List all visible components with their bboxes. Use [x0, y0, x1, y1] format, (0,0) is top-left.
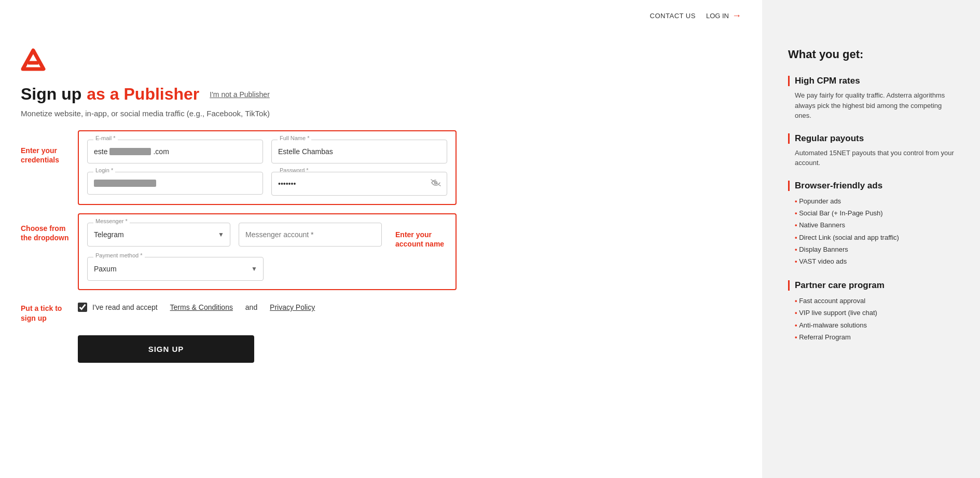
email-label: E-mail * [93, 135, 118, 141]
feature-browser-ads: Browser-friendly ads Popunder ads Social… [788, 181, 959, 268]
header-nav: CONTACT US LOG IN → [0, 0, 762, 32]
payment-select-wrapper: Payment method * Paxum PayPal Bitcoin Wi… [87, 257, 264, 281]
terms-conditions-link[interactable]: Terms & Conditions [170, 303, 233, 311]
put-tick-annotation: Put a tick to sign up [21, 303, 73, 322]
email-fullname-row: E-mail * este.com Full Name * [87, 140, 447, 163]
feature-title-3: Partner care program [788, 280, 959, 291]
sidebar-inner: What you get: High CPM rates We pay fair… [762, 32, 980, 376]
feature-desc-1: Automated 15NET payouts that you control… [788, 148, 959, 168]
browser-ads-list: Popunder ads Social Bar (+ In-Page Push)… [788, 195, 959, 268]
page-title: Sign up as a Publisher I'm not a Publish… [21, 85, 752, 104]
fullname-input[interactable] [271, 140, 447, 163]
messenger-form-box: Messenger * Telegram WhatsApp Skype Disc… [78, 213, 457, 290]
terms-checkbox[interactable] [78, 303, 87, 312]
messenger-select-wrapper: Messenger * Telegram WhatsApp Skype Disc… [87, 223, 230, 247]
list-item: Fast account approval [795, 295, 959, 307]
feature-title-0: High CPM rates [788, 76, 959, 86]
credentials-form-box: E-mail * este.com Full Name * Login * [78, 130, 457, 205]
and-text: and [245, 303, 257, 311]
list-item: Referral Program [795, 331, 959, 343]
payment-select[interactable]: Paxum PayPal Bitcoin Wire Transfer [87, 257, 264, 281]
contact-us-link[interactable]: CONTACT US [650, 12, 696, 20]
fullname-field-wrapper: Full Name * [271, 140, 447, 163]
list-item: Direct Link (social and app traffic) [795, 231, 959, 243]
subtitle: Monetize website, in-app, or social medi… [21, 109, 752, 118]
list-item: Popunder ads [795, 195, 959, 207]
login-label-text: Login * [93, 167, 115, 173]
password-wrapper [271, 172, 447, 196]
sidebar-title: What you get: [788, 48, 959, 61]
messenger-select[interactable]: Telegram WhatsApp Skype Discord [87, 223, 230, 247]
list-item: Anti-malware solutions [795, 319, 959, 331]
list-item: VIP live support (live chat) [795, 307, 959, 319]
list-item: Social Bar (+ In-Page Push) [795, 207, 959, 219]
title-red: as a Publisher [87, 85, 199, 104]
login-button[interactable]: LOG IN → [706, 10, 741, 21]
payment-label: Payment method * [93, 252, 145, 258]
list-item: VAST video ads [795, 255, 959, 267]
partner-care-list: Fast account approval VIP live support (… [788, 295, 959, 344]
signup-btn-wrapper: SIGN UP [78, 335, 752, 363]
password-input[interactable] [271, 172, 447, 196]
payment-row: Payment method * Paxum PayPal Bitcoin Wi… [87, 257, 447, 281]
not-publisher-link[interactable]: I'm not a Publisher [210, 90, 270, 99]
right-panel: placeholder What you get: High CPM rates… [762, 0, 980, 478]
terms-text: I've read and accept [92, 303, 158, 311]
title-black: Sign up [21, 85, 81, 104]
login-password-row: Login * Password * [87, 172, 447, 196]
credentials-section: Enter your credentials E-mail * este.com… [21, 130, 752, 205]
logo-area [21, 47, 752, 74]
left-panel: CONTACT US LOG IN → Sign up as a Publish… [0, 0, 762, 478]
eye-icon[interactable] [431, 179, 441, 188]
logo-icon [21, 47, 46, 72]
fullname-label: Full Name * [278, 135, 311, 141]
login-field-wrapper: Login * [87, 172, 263, 196]
list-item: Display Banners [795, 243, 959, 255]
feature-title-1: Regular payouts [788, 133, 959, 144]
feature-high-cpm: High CPM rates We pay fairly for quality… [788, 76, 959, 121]
list-item: Native Banners [795, 219, 959, 231]
privacy-policy-link[interactable]: Privacy Policy [270, 303, 315, 311]
signup-button[interactable]: SIGN UP [78, 335, 254, 363]
messenger-label: Messenger * [93, 218, 130, 224]
messenger-account-wrapper [239, 223, 382, 247]
credentials-annotation: Enter your credentials [21, 130, 73, 165]
account-name-annotation: Enter your account name [395, 223, 447, 249]
email-field-wrapper: E-mail * este.com [87, 140, 263, 163]
messenger-row: Messenger * Telegram WhatsApp Skype Disc… [87, 223, 447, 249]
svg-marker-0 [23, 50, 44, 69]
terms-row: I've read and accept Terms & Conditions … [78, 303, 315, 312]
login-icon: → [732, 10, 741, 21]
feature-desc-0: We pay fairly for quality traffic. Adste… [788, 90, 959, 121]
login-label: LOG IN [706, 12, 729, 20]
feature-partner-care: Partner care program Fast account approv… [788, 280, 959, 344]
feature-regular-payouts: Regular payouts Automated 15NET payouts … [788, 133, 959, 168]
tick-annotation-wrapper: Put a tick to sign up I've read and acce… [21, 303, 752, 322]
password-field-wrapper: Password * [271, 172, 447, 196]
messenger-section: Choose from the dropdown Messenger * Tel… [21, 213, 752, 290]
messenger-account-input[interactable] [239, 223, 382, 247]
form-content: Sign up as a Publisher I'm not a Publish… [0, 32, 762, 373]
page-wrapper: CONTACT US LOG IN → Sign up as a Publish… [0, 0, 980, 478]
dropdown-annotation: Choose from the dropdown [21, 213, 73, 242]
feature-title-2: Browser-friendly ads [788, 181, 959, 191]
